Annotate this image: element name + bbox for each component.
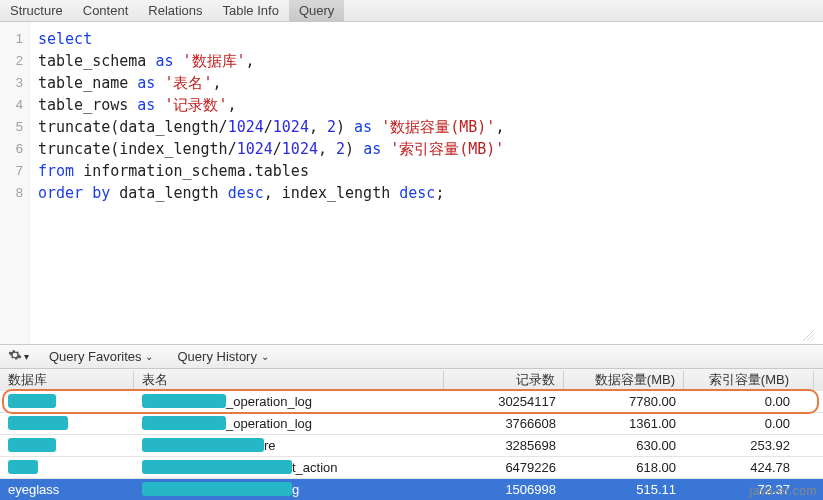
column-header[interactable]: 数据库 <box>0 371 134 389</box>
chevron-down-icon: ⌄ <box>145 351 153 362</box>
redacted-text <box>8 394 56 408</box>
redacted-text <box>142 416 226 430</box>
editor-gutter: 12345678 <box>0 22 30 344</box>
query-history-dropdown[interactable]: Query History ⌄ <box>165 349 280 364</box>
tab-structure[interactable]: Structure <box>0 0 73 21</box>
dropdown-label: Query Favorites <box>49 349 141 364</box>
table-row[interactable]: t_action6479226618.00424.78 <box>0 457 823 479</box>
column-header[interactable]: 数据容量(MB) <box>564 371 684 389</box>
dropdown-label: Query History <box>177 349 256 364</box>
redacted-text <box>142 438 264 452</box>
query-favorites-dropdown[interactable]: Query Favorites ⌄ <box>37 349 165 364</box>
sql-editor[interactable]: 12345678 selecttable_schema as '数据库',tab… <box>0 22 823 345</box>
table-header: 数据库表名记录数数据容量(MB)索引容量(MB) <box>0 369 823 391</box>
tab-content[interactable]: Content <box>73 0 139 21</box>
watermark: java-er.com <box>749 484 817 498</box>
chevron-down-icon: ▾ <box>24 351 29 362</box>
redacted-text <box>8 416 68 430</box>
redacted-text <box>142 460 292 474</box>
table-row[interactable]: _operation_log37666081361.000.00 <box>0 413 823 435</box>
column-header[interactable]: 记录数 <box>444 371 564 389</box>
gear-icon <box>8 348 22 365</box>
table-row[interactable]: re3285698630.00253.92 <box>0 435 823 457</box>
resize-handle-icon[interactable] <box>799 326 815 342</box>
editor-code[interactable]: selecttable_schema as '数据库',table_name a… <box>30 22 512 344</box>
chevron-down-icon: ⌄ <box>261 351 269 362</box>
results-table: 数据库表名记录数数据容量(MB)索引容量(MB)_operation_log30… <box>0 369 823 500</box>
results-toolbar: ▾ Query Favorites ⌄ Query History ⌄ <box>0 345 823 369</box>
tab-relations[interactable]: Relations <box>138 0 212 21</box>
table-row[interactable]: _operation_log302541177780.000.00 <box>0 391 823 413</box>
gear-menu[interactable]: ▾ <box>0 348 37 365</box>
column-header[interactable]: 表名 <box>134 371 444 389</box>
table-row[interactable]: eyeglassg1506998515.1172.37 <box>0 479 823 500</box>
redacted-text <box>8 438 56 452</box>
tab-query[interactable]: Query <box>289 0 344 21</box>
view-tabs: StructureContentRelationsTable InfoQuery <box>0 0 823 22</box>
redacted-text <box>142 482 292 496</box>
redacted-text <box>8 460 38 474</box>
redacted-text <box>142 394 226 408</box>
svg-line-1 <box>807 334 814 341</box>
tab-table-info[interactable]: Table Info <box>213 0 289 21</box>
column-header[interactable]: 索引容量(MB) <box>684 371 814 389</box>
svg-line-2 <box>811 338 814 341</box>
